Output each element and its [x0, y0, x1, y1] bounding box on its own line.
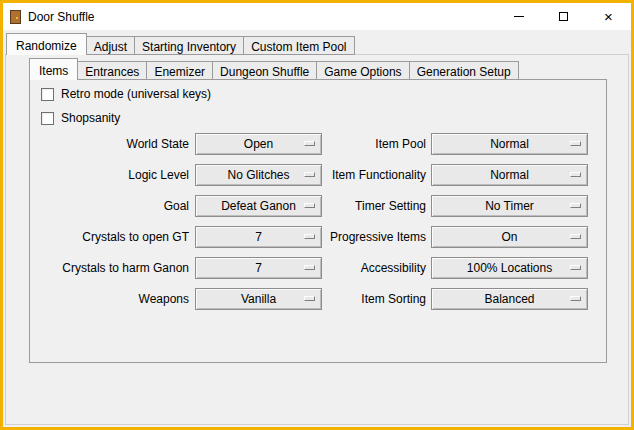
left-options-column: World State Open Logic Level No Glitches… [30, 133, 322, 319]
goal-row: Goal Defeat Ganon [30, 195, 322, 217]
item-sorting-value: Balanced [484, 292, 534, 306]
tab-starting-inventory[interactable]: Starting Inventory [134, 36, 244, 55]
tab-entrances[interactable]: Entrances [77, 61, 147, 80]
accessibility-label: Accessibility [327, 257, 431, 279]
titlebar[interactable]: Door Shuffle × [3, 3, 631, 30]
tab-adjust[interactable]: Adjust [86, 36, 135, 55]
dropdown-indicator-icon [304, 172, 315, 177]
accessibility-row: Accessibility 100% Locations [327, 257, 588, 279]
world-state-label: World State [30, 133, 195, 155]
logic-level-value: No Glitches [227, 168, 289, 182]
dropdown-indicator-icon [570, 265, 581, 270]
maximize-icon [559, 12, 568, 21]
item-functionality-dropdown[interactable]: Normal [431, 164, 588, 186]
app-icon [10, 10, 21, 24]
crystals-gt-value: 7 [255, 230, 262, 244]
dropdown-indicator-icon [304, 234, 315, 239]
dropdown-indicator-icon [570, 234, 581, 239]
item-functionality-label: Item Functionality [327, 164, 431, 186]
dropdown-indicator-icon [304, 203, 315, 208]
item-functionality-row: Item Functionality Normal [327, 164, 588, 186]
weapons-row: Weapons Vanilla [30, 288, 322, 310]
maximize-button[interactable] [541, 3, 586, 30]
timer-setting-value: No Timer [485, 199, 534, 213]
dropdown-indicator-icon [570, 296, 581, 301]
crystals-ganon-row: Crystals to harm Ganon 7 [30, 257, 322, 279]
dropdown-indicator-icon [570, 203, 581, 208]
progressive-items-label: Progressive Items [327, 226, 431, 248]
minimize-button[interactable] [496, 3, 541, 30]
progressive-items-dropdown[interactable]: On [431, 226, 588, 248]
tab-randomize[interactable]: Randomize [6, 33, 87, 55]
items-pane: Retro mode (universal keys) Shopsanity W… [29, 79, 607, 363]
tab-custom-item-pool[interactable]: Custom Item Pool [243, 36, 354, 55]
world-state-dropdown[interactable]: Open [195, 133, 322, 155]
dropdown-indicator-icon [304, 296, 315, 301]
crystals-gt-dropdown[interactable]: 7 [195, 226, 322, 248]
item-sorting-label: Item Sorting [327, 288, 431, 310]
shopsanity-label: Shopsanity [61, 111, 120, 125]
logic-level-dropdown[interactable]: No Glitches [195, 164, 322, 186]
crystals-ganon-dropdown[interactable]: 7 [195, 257, 322, 279]
crystals-ganon-value: 7 [255, 261, 262, 275]
dropdown-indicator-icon [570, 172, 581, 177]
item-pool-label: Item Pool [327, 133, 431, 155]
app-window: Door Shuffle × Randomize Adjust Starting… [0, 0, 634, 430]
window-title: Door Shuffle [28, 10, 95, 24]
outer-tab-bar: Randomize Adjust Starting Inventory Cust… [6, 33, 354, 55]
close-button[interactable]: × [586, 3, 631, 30]
accessibility-value: 100% Locations [467, 261, 552, 275]
goal-label: Goal [30, 195, 195, 217]
weapons-dropdown[interactable]: Vanilla [195, 288, 322, 310]
tab-generation-setup[interactable]: Generation Setup [409, 61, 519, 80]
timer-setting-dropdown[interactable]: No Timer [431, 195, 588, 217]
item-sorting-row: Item Sorting Balanced [327, 288, 588, 310]
close-icon: × [604, 9, 613, 24]
shopsanity-checkbox-row: Shopsanity [41, 111, 120, 125]
item-sorting-dropdown[interactable]: Balanced [431, 288, 588, 310]
minimize-icon [514, 16, 524, 17]
logic-level-row: Logic Level No Glitches [30, 164, 322, 186]
window-controls: × [496, 3, 631, 30]
logic-level-label: Logic Level [30, 164, 195, 186]
tab-items[interactable]: Items [29, 58, 78, 80]
weapons-value: Vanilla [241, 292, 276, 306]
dropdown-indicator-icon [570, 141, 581, 146]
progressive-items-row: Progressive Items On [327, 226, 588, 248]
tab-dungeon-shuffle[interactable]: Dungeon Shuffle [212, 61, 317, 80]
weapons-label: Weapons [30, 288, 195, 310]
world-state-row: World State Open [30, 133, 322, 155]
timer-setting-row: Timer Setting No Timer [327, 195, 588, 217]
inner-tab-bar: Items Entrances Enemizer Dungeon Shuffle… [29, 58, 518, 80]
item-pool-value: Normal [490, 137, 529, 151]
retro-mode-label: Retro mode (universal keys) [61, 87, 211, 101]
goal-dropdown[interactable]: Defeat Ganon [195, 195, 322, 217]
item-pool-dropdown[interactable]: Normal [431, 133, 588, 155]
tab-enemizer[interactable]: Enemizer [146, 61, 213, 80]
dropdown-indicator-icon [304, 141, 315, 146]
right-options-column: Item Pool Normal Item Functionality Norm… [327, 133, 588, 319]
crystals-ganon-label: Crystals to harm Ganon [30, 257, 195, 279]
progressive-items-value: On [501, 230, 517, 244]
timer-setting-label: Timer Setting [327, 195, 431, 217]
retro-mode-checkbox[interactable] [41, 88, 54, 101]
retro-mode-checkbox-row: Retro mode (universal keys) [41, 87, 211, 101]
shopsanity-checkbox[interactable] [41, 112, 54, 125]
item-pool-row: Item Pool Normal [327, 133, 588, 155]
accessibility-dropdown[interactable]: 100% Locations [431, 257, 588, 279]
crystals-gt-label: Crystals to open GT [30, 226, 195, 248]
crystals-gt-row: Crystals to open GT 7 [30, 226, 322, 248]
dropdown-indicator-icon [304, 265, 315, 270]
item-functionality-value: Normal [490, 168, 529, 182]
world-state-value: Open [244, 137, 273, 151]
tab-game-options[interactable]: Game Options [316, 61, 409, 80]
goal-value: Defeat Ganon [221, 199, 296, 213]
